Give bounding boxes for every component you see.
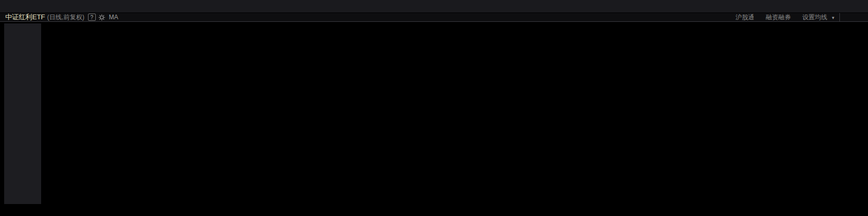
infobar-corner (839, 13, 868, 21)
kline-chart[interactable] (0, 0, 868, 216)
symbol-title: 中证红利ETF (5, 12, 45, 22)
help-icon[interactable]: ? (88, 14, 96, 21)
chevron-down-icon: ▼ (831, 16, 835, 20)
period-toolbar (0, 0, 868, 13)
kline-app-window: 中证红利ETF (日线,前复权) ? MA 沪股通 融资融券 设置均线 ▼ (0, 0, 868, 216)
ma-settings-button[interactable]: 设置均线 ▼ (802, 13, 835, 22)
chart-mode-label: (日线,前复权) (47, 13, 84, 22)
gear-icon[interactable] (98, 14, 105, 21)
ma-indicator-label: MA (109, 14, 118, 21)
data-panel[interactable] (4, 23, 41, 204)
info-bar: 中证红利ETF (日线,前复权) ? MA 沪股通 融资融券 设置均线 ▼ (0, 13, 868, 22)
link-hugutong[interactable]: 沪股通 (736, 13, 754, 22)
link-margin-trading[interactable]: 融资融券 (766, 13, 791, 22)
